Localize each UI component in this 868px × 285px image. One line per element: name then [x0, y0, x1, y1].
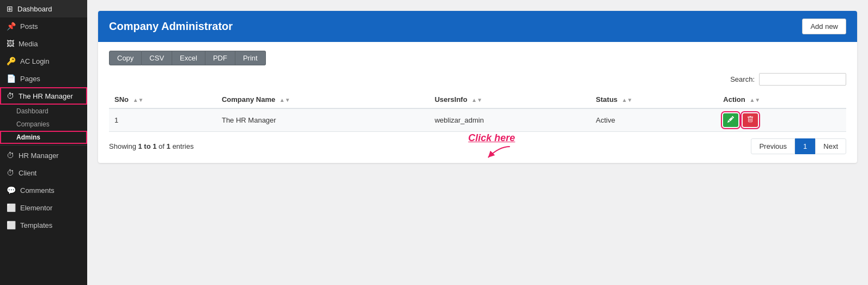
pages-icon: 📄: [7, 74, 16, 83]
excel-button[interactable]: Excel: [172, 51, 205, 65]
company-name-sort-icon: ▲▼: [280, 97, 290, 103]
cell-users-info: weblizar_admin: [429, 108, 591, 132]
previous-button[interactable]: Previous: [751, 138, 795, 154]
company-admin-card: Company Administrator Add new Copy CSV E…: [98, 11, 857, 163]
search-input[interactable]: [759, 73, 846, 86]
dashboard-icon: ⊞: [7, 4, 13, 13]
csv-button[interactable]: CSV: [142, 51, 172, 65]
col-users-info: UsersInfo ▲▼: [429, 91, 591, 108]
posts-icon: 📌: [7, 22, 16, 31]
cell-sno: 1: [109, 108, 216, 132]
col-sno: SNo ▲▼: [109, 91, 216, 108]
hr-manager-2-icon: ⏱: [7, 151, 14, 160]
col-status: Status ▲▼: [591, 91, 718, 108]
elementor-icon: ⬜: [7, 203, 16, 212]
main-content: Company Administrator Add new Copy CSV E…: [87, 0, 868, 285]
sidebar-divider: [0, 145, 87, 145]
col-action: Action ▲▼: [718, 91, 846, 108]
click-here-text: Click here: [468, 132, 515, 144]
sidebar: ⊞ Dashboard 📌 Posts 🖼 Media 🔑 AC Login 📄…: [0, 0, 87, 285]
sidebar-item-hr-manager-2[interactable]: ⏱ HR Manager: [0, 147, 87, 164]
card-header: Company Administrator Add new: [98, 11, 857, 42]
sidebar-item-dashboard[interactable]: ⊞ Dashboard: [0, 0, 87, 17]
data-table: SNo ▲▼ Company Name ▲▼ UsersInfo ▲▼ Stat…: [109, 91, 846, 132]
users-info-sort-icon: ▲▼: [471, 97, 482, 103]
col-company-name: Company Name ▲▼: [216, 91, 429, 108]
sidebar-item-posts[interactable]: 📌 Posts: [0, 17, 87, 35]
annotation-arrow: [471, 144, 515, 160]
print-button[interactable]: Print: [235, 51, 266, 65]
search-row: Search:: [109, 73, 846, 86]
trash-icon: [747, 116, 754, 123]
cell-status: Active: [591, 108, 718, 132]
media-icon: 🖼: [7, 39, 14, 48]
pagination: Previous 1 Next: [751, 138, 846, 154]
sidebar-sub-admins[interactable]: Admins: [0, 131, 87, 144]
copy-button[interactable]: Copy: [109, 51, 142, 65]
sidebar-item-pages[interactable]: 📄 Pages: [0, 70, 87, 87]
sidebar-item-media[interactable]: 🖼 Media: [0, 35, 87, 52]
cell-action: [718, 108, 846, 132]
export-buttons-group: Copy CSV Excel PDF Print: [109, 51, 846, 65]
sidebar-sub-companies[interactable]: Companies: [0, 118, 87, 131]
sidebar-sub-dashboard[interactable]: Dashboard: [0, 105, 87, 118]
comments-icon: 💬: [7, 186, 16, 195]
edit-icon: [727, 116, 734, 123]
showing-text: Showing 1 to 1 of 1 entries: [109, 142, 193, 150]
sidebar-item-templates[interactable]: ⬜ Templates: [0, 216, 87, 234]
sidebar-item-hr-manager[interactable]: ⏱ The HR Manager: [0, 87, 87, 105]
click-here-annotation: Click here: [468, 132, 515, 160]
sidebar-item-comments[interactable]: 💬 Comments: [0, 181, 87, 199]
sidebar-item-elementor[interactable]: ⬜ Elementor: [0, 199, 87, 216]
action-sort-icon: ▲▼: [749, 97, 760, 103]
page-1-button[interactable]: 1: [795, 138, 815, 154]
table-footer: Showing 1 to 1 of 1 entries Click here: [109, 138, 846, 154]
sidebar-item-ac-login[interactable]: 🔑 AC Login: [0, 52, 87, 70]
search-label: Search:: [730, 75, 755, 83]
table-header-row: SNo ▲▼ Company Name ▲▼ UsersInfo ▲▼ Stat…: [109, 91, 846, 108]
hr-manager-icon: ⏱: [7, 92, 14, 100]
page-title: Company Administrator: [109, 20, 233, 33]
sno-sort-icon: ▲▼: [133, 97, 144, 103]
client-icon: ⏱: [7, 168, 14, 177]
table-row: 1 The HR Manager weblizar_admin Active: [109, 108, 846, 132]
add-new-button[interactable]: Add new: [802, 19, 846, 34]
next-button[interactable]: Next: [815, 138, 846, 154]
ac-login-icon: 🔑: [7, 57, 16, 65]
delete-button[interactable]: [743, 113, 758, 127]
templates-icon: ⬜: [7, 221, 16, 229]
sidebar-item-client[interactable]: ⏱ Client: [0, 164, 87, 181]
edit-button[interactable]: [723, 113, 738, 127]
status-sort-icon: ▲▼: [622, 97, 633, 103]
pdf-button[interactable]: PDF: [205, 51, 235, 65]
card-body: Copy CSV Excel PDF Print Search: SNo ▲▼: [98, 42, 857, 163]
cell-company-name: The HR Manager: [216, 108, 429, 132]
